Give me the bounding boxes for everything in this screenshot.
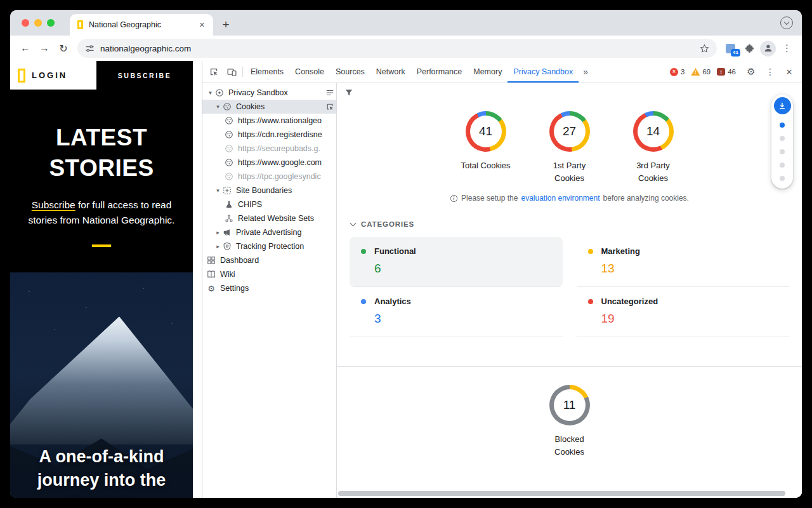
tab-console[interactable]: Console xyxy=(289,61,330,83)
tree-label: CHIPS xyxy=(238,200,262,209)
subscribe-button[interactable]: SUBSCRIBE xyxy=(96,61,193,90)
page-scrollbar[interactable] xyxy=(193,61,202,498)
url-text[interactable]: nationalgeographic.com xyxy=(100,44,694,53)
tab-privacy-sandbox[interactable]: Privacy Sandbox xyxy=(508,61,579,83)
hero-image: A one-of-a-kind journey into the Amazon xyxy=(10,272,193,498)
devtools-close-icon[interactable]: ✕ xyxy=(780,64,798,80)
tree-item-cookie-url[interactable]: https://tpc.googlesyndic xyxy=(202,170,336,184)
rail-dot-active[interactable] xyxy=(780,123,785,128)
minimize-window-button[interactable] xyxy=(34,19,42,27)
subscribe-text-link[interactable]: Subscribe xyxy=(32,199,75,210)
tree-item-settings[interactable]: ⚙ Settings xyxy=(202,281,336,295)
tab-search-button[interactable] xyxy=(780,17,793,29)
tree-item-wiki[interactable]: Wiki xyxy=(202,267,336,281)
issues-count[interactable]: ! 46 xyxy=(717,68,736,76)
tree-item-privacy-sandbox[interactable]: ▾ Privacy Sandbox xyxy=(202,86,336,100)
warning-count[interactable]: ! 69 xyxy=(691,68,710,76)
login-link[interactable]: LOGIN xyxy=(32,70,67,80)
tree-item-cookie-url[interactable]: https://www.google.com xyxy=(202,156,336,170)
donut-value: 27 xyxy=(563,124,576,138)
sitemap-icon xyxy=(224,213,234,224)
extensions-menu-icon[interactable] xyxy=(740,40,757,57)
tree-label: Tracking Protection xyxy=(236,242,304,251)
tree-item-related-website-sets[interactable]: Related Website Sets xyxy=(202,211,336,225)
tree-label: https://www.nationalgeo xyxy=(238,116,322,125)
privacy-sandbox-tree: ▾ Privacy Sandbox ▾ xyxy=(202,83,337,498)
donut-label: Blocked Cookies xyxy=(540,433,599,458)
natgeo-logo[interactable] xyxy=(18,69,25,83)
filter-funnel-icon[interactable] xyxy=(344,88,353,100)
cookie-icon xyxy=(222,102,232,112)
tab-sources[interactable]: Sources xyxy=(330,61,370,83)
expand-triangle-icon[interactable]: ▾ xyxy=(206,90,214,96)
tree-item-site-boundaries[interactable]: ▾ Site Boundaries xyxy=(202,184,336,197)
category-marketing[interactable]: Marketing 13 xyxy=(577,237,790,287)
rail-dot[interactable] xyxy=(780,149,785,154)
address-bar[interactable]: nationalgeographic.com xyxy=(77,39,717,58)
tree-item-cookies[interactable]: ▾ Cookies xyxy=(202,100,336,114)
inspect-element-icon[interactable] xyxy=(205,64,223,80)
dashboard-grid-icon xyxy=(206,255,216,265)
devtools-toolbar: Elements Console Sources Network Perform… xyxy=(202,61,802,83)
tree-item-chips[interactable]: CHIPS xyxy=(202,197,336,211)
horizontal-scrollbar[interactable] xyxy=(338,491,785,496)
tree-item-cookie-url[interactable]: https://securepubads.g. xyxy=(202,142,336,156)
tab-elements[interactable]: Elements xyxy=(245,61,289,83)
zoom-window-button[interactable] xyxy=(47,19,55,27)
profile-avatar[interactable] xyxy=(760,41,776,57)
devtools-settings-icon[interactable]: ⚙ xyxy=(742,64,760,80)
panel-menu-icon[interactable] xyxy=(325,88,334,97)
window-content: LOGIN SUBSCRIBE LATEST STORIES Subscribe… xyxy=(10,61,802,498)
browser-toolbar: ← → ↻ nationalgeographic.com 41 xyxy=(10,36,802,61)
devtools-menu-icon[interactable]: ⋮ xyxy=(761,64,779,80)
intro-text: Subscribe for full access to read storie… xyxy=(20,197,183,228)
device-toolbar-icon[interactable] xyxy=(223,64,240,80)
category-analytics[interactable]: Analytics 3 xyxy=(350,287,563,337)
tab-close-icon[interactable]: ✕ xyxy=(196,19,208,31)
site-settings-icon[interactable] xyxy=(85,44,95,53)
download-report-button[interactable] xyxy=(774,97,791,114)
back-button[interactable]: ← xyxy=(16,39,34,57)
rail-dot[interactable] xyxy=(780,176,785,181)
cookie-icon xyxy=(224,157,234,168)
tree-label: https://tpc.googlesyndic xyxy=(238,172,321,181)
category-functional[interactable]: Functional 6 xyxy=(350,237,563,287)
cookie-extension-icon[interactable]: 41 xyxy=(722,40,738,57)
collapsed-triangle-icon[interactable]: ▸ xyxy=(214,243,222,250)
more-tabs-icon[interactable]: » xyxy=(579,67,593,77)
reload-button[interactable]: ↻ xyxy=(55,39,72,57)
tree-item-dashboard[interactable]: Dashboard xyxy=(202,253,336,267)
browser-tab-natgeo[interactable]: National Geographic ✕ xyxy=(70,14,213,36)
rail-dot[interactable] xyxy=(780,163,785,168)
picker-icon[interactable] xyxy=(326,103,334,111)
tree-item-tracking-protection[interactable]: ▸ Tracking Protection xyxy=(202,239,336,253)
error-count[interactable]: ✕ 3 xyxy=(670,68,684,76)
cookie-donuts: 41 Total Cookies 27 1st Party Cookies xyxy=(337,83,802,185)
tab-performance[interactable]: Performance xyxy=(411,61,468,83)
bookmark-star-icon[interactable] xyxy=(700,44,709,53)
warning-icon: ! xyxy=(691,68,700,76)
hero-title[interactable]: A one-of-a-kind journey into the Amazon xyxy=(10,445,193,498)
tree-item-cookie-url[interactable]: https://www.nationalgeo xyxy=(202,114,336,128)
categories-header[interactable]: CATEGORIES xyxy=(351,220,802,228)
new-tab-button[interactable]: + xyxy=(217,16,235,34)
collapsed-triangle-icon[interactable]: ▸ xyxy=(214,229,222,236)
donut-ring: 11 xyxy=(549,385,590,425)
expand-triangle-icon[interactable]: ▾ xyxy=(214,187,222,194)
tab-memory[interactable]: Memory xyxy=(468,61,508,83)
expand-triangle-icon[interactable]: ▾ xyxy=(214,104,222,110)
natgeo-header: LOGIN SUBSCRIBE xyxy=(10,61,193,90)
tree-item-private-advertising[interactable]: ▸ Private Advertising xyxy=(202,225,336,239)
browser-menu-icon[interactable]: ⋮ xyxy=(778,43,796,54)
shield-icon xyxy=(222,241,232,251)
tree-item-cookie-url[interactable]: https://cdn.registerdisne xyxy=(202,128,336,142)
evaluation-environment-link[interactable]: evaluation environment xyxy=(521,194,599,203)
tree-label: Wiki xyxy=(220,270,235,279)
category-label: Uncategorized xyxy=(601,297,658,306)
category-uncategorized[interactable]: Uncategorized 19 xyxy=(577,287,790,337)
tab-network[interactable]: Network xyxy=(370,61,411,83)
rail-dot[interactable] xyxy=(780,136,785,141)
devtools-body: ▾ Privacy Sandbox ▾ xyxy=(202,83,802,498)
close-window-button[interactable] xyxy=(22,19,29,27)
forward-button[interactable]: → xyxy=(36,39,53,57)
